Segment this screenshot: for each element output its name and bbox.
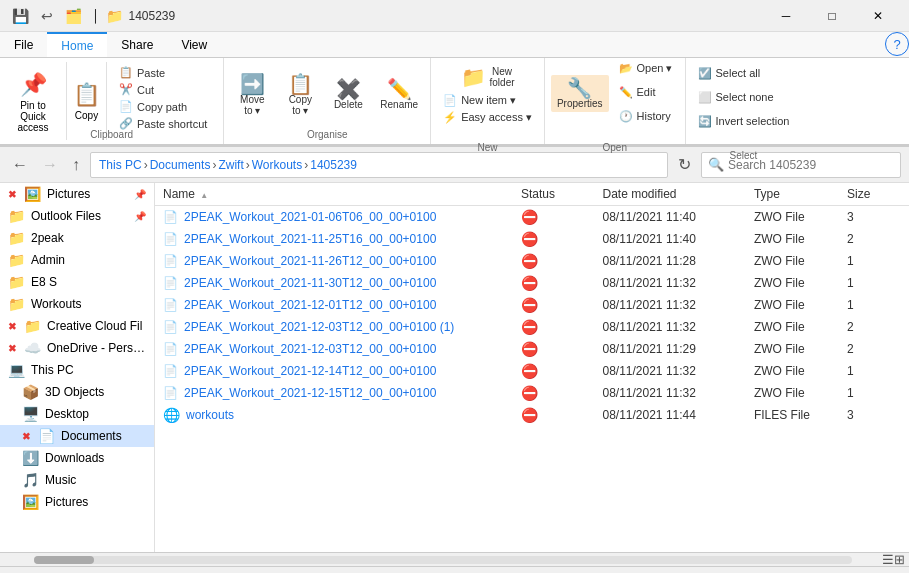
sidebar-item-desktop[interactable]: 🖥️ Desktop: [0, 403, 154, 425]
table-row[interactable]: 🌐 workouts ⛔ 08/11/2021 11:44 FILES File…: [155, 404, 909, 426]
tab-home[interactable]: Home: [47, 32, 107, 57]
refresh-button[interactable]: ↻: [674, 153, 695, 176]
table-row[interactable]: 📄 2PEAK_Workout_2021-01-06T06_00_00+0100…: [155, 206, 909, 229]
rename-label: Rename: [380, 99, 418, 110]
status-error-icon: ⛔: [521, 275, 538, 291]
select-all-button[interactable]: ☑️ Select all: [692, 62, 796, 84]
table-row[interactable]: 📄 2PEAK_Workout_2021-11-26T12_00_00+0100…: [155, 250, 909, 272]
new-item-button[interactable]: 📄 New item ▾: [437, 92, 538, 109]
file-name-cell: 📄 2PEAK_Workout_2021-12-15T12_00_00+0100: [155, 382, 513, 404]
table-row[interactable]: 📄 2PEAK_Workout_2021-12-14T12_00_00+0100…: [155, 360, 909, 382]
file-name: 2PEAK_Workout_2021-12-14T12_00_00+0100: [184, 364, 436, 378]
scrollbar-thumb[interactable]: [34, 556, 94, 564]
properties-button[interactable]: 🔧 Properties: [551, 75, 609, 112]
forward-button[interactable]: →: [38, 154, 62, 176]
open-button[interactable]: 📂 Open ▾: [613, 57, 679, 79]
copy-to-button[interactable]: 📋 Copyto ▾: [278, 71, 322, 119]
workouts-icon: 📁: [8, 296, 25, 312]
col-header-name[interactable]: Name ▲: [155, 183, 513, 206]
paste-button[interactable]: 📋 Paste: [113, 64, 213, 81]
ribbon: File Home Share View ? 📌 Pin to Quick ac…: [0, 32, 909, 147]
address-input[interactable]: This PC › Documents › Zwift › Workouts ›…: [90, 152, 668, 178]
table-row[interactable]: 📄 2PEAK_Workout_2021-12-03T12_00_00+0100…: [155, 316, 909, 338]
crumb-1405239[interactable]: 1405239: [310, 158, 357, 172]
ribbon-group-select: ☑️ Select all ⬜ Select none 🔄 Invert sel…: [686, 58, 802, 144]
minimize-button[interactable]: ─: [763, 0, 809, 32]
table-row[interactable]: 📄 2PEAK_Workout_2021-11-25T16_00_00+0100…: [155, 228, 909, 250]
crumb-workouts[interactable]: Workouts: [252, 158, 302, 172]
sidebar-item-thispc[interactable]: 💻 This PC: [0, 359, 154, 381]
file-name-cell: 📄 2PEAK_Workout_2021-12-03T12_00_00+0100: [155, 338, 513, 360]
table-row[interactable]: 📄 2PEAK_Workout_2021-12-15T12_00_00+0100…: [155, 382, 909, 404]
ribbon-content: 📌 Pin to Quick access 📋 Copy 📋 Paste ✂️ …: [0, 58, 909, 146]
sidebar-item-downloads[interactable]: ⬇️ Downloads: [0, 447, 154, 469]
sidebar-item-3dobjects[interactable]: 📦 3D Objects: [0, 381, 154, 403]
zwo-file-icon: 📄: [163, 320, 178, 334]
crumb-zwift[interactable]: Zwift: [218, 158, 243, 172]
tab-share[interactable]: Share: [107, 32, 167, 57]
file-pane: Name ▲ Status Date modified Type Size: [155, 183, 909, 552]
list-view-button[interactable]: ☰: [882, 552, 894, 567]
sidebar-item-2peak[interactable]: 📁 2peak: [0, 227, 154, 249]
cut-button[interactable]: ✂️ Cut: [113, 81, 213, 98]
sidebar-item-pictures[interactable]: ✖ 🖼️ Pictures 📌: [0, 183, 154, 205]
file-size-cell: 1: [839, 360, 909, 382]
select-none-button[interactable]: ⬜ Select none: [692, 86, 796, 108]
tab-file[interactable]: File: [0, 32, 47, 57]
sidebar-item-e8s[interactable]: 📁 E8 S: [0, 271, 154, 293]
rename-button[interactable]: ✏️ Rename: [374, 76, 424, 113]
tab-view[interactable]: View: [167, 32, 221, 57]
move-to-button[interactable]: ➡️ Moveto ▾: [230, 71, 274, 119]
history-button[interactable]: 🕐 History: [613, 105, 679, 127]
table-row[interactable]: 📄 2PEAK_Workout_2021-12-03T12_00_00+0100…: [155, 338, 909, 360]
invert-selection-button[interactable]: 🔄 Invert selection: [692, 110, 796, 132]
select-all-label: Select all: [716, 67, 761, 79]
maximize-button[interactable]: □: [809, 0, 855, 32]
help-button[interactable]: ?: [885, 32, 909, 56]
delete-button[interactable]: ✖️ Delete: [326, 76, 370, 113]
horizontal-scrollbar[interactable]: [34, 556, 852, 564]
file-type-cell: ZWO File: [746, 228, 839, 250]
edit-button[interactable]: ✏️ Edit: [613, 81, 679, 103]
new-folder-button[interactable]: 📁 Newfolder: [437, 62, 538, 92]
col-header-size[interactable]: Size: [839, 183, 909, 206]
new-folder-label: Newfolder: [490, 66, 515, 88]
title-bar-separator: │: [92, 9, 100, 23]
crumb-thispc[interactable]: This PC: [99, 158, 142, 172]
qa-folder-btn[interactable]: 🗂️: [61, 6, 86, 26]
sidebar-item-admin[interactable]: 📁 Admin: [0, 249, 154, 271]
back-button[interactable]: ←: [8, 154, 32, 176]
status-error-icon: ⛔: [521, 297, 538, 313]
ribbon-group-open: 🔧 Properties 📂 Open ▾ ✏️ Edit 🕐 History: [545, 58, 686, 144]
qa-undo-btn[interactable]: ↩: [37, 6, 57, 26]
col-header-type[interactable]: Type: [746, 183, 839, 206]
sidebar-item-creative[interactable]: ✖ 📁 Creative Cloud Fil: [0, 315, 154, 337]
close-onedrive-icon: ✖: [8, 343, 16, 354]
sidebar-item-workouts[interactable]: 📁 Workouts: [0, 293, 154, 315]
zwo-file-icon: 📄: [163, 386, 178, 400]
sidebar-item-music[interactable]: 🎵 Music: [0, 469, 154, 491]
sidebar-item-outlook[interactable]: 📁 Outlook Files 📌: [0, 205, 154, 227]
up-button[interactable]: ↑: [68, 154, 84, 176]
pictures-sub-icon: 🖼️: [22, 494, 39, 510]
table-row[interactable]: 📄 2PEAK_Workout_2021-11-30T12_00_00+0100…: [155, 272, 909, 294]
easy-access-button[interactable]: ⚡ Easy access ▾: [437, 109, 538, 126]
table-row[interactable]: 📄 2PEAK_Workout_2021-12-01T12_00_00+0100…: [155, 294, 909, 316]
col-header-status[interactable]: Status: [513, 183, 595, 206]
qa-save-btn[interactable]: 💾: [8, 6, 33, 26]
sidebar-label-documents: Documents: [61, 429, 122, 443]
copy-path-button[interactable]: 📄 Copy path: [113, 98, 213, 115]
sidebar-item-pictures-sub[interactable]: 🖼️ Pictures: [0, 491, 154, 513]
close-button[interactable]: ✕: [855, 0, 901, 32]
ribbon-group-new: 📁 Newfolder 📄 New item ▾ ⚡ Easy access ▾…: [431, 58, 545, 144]
file-size-cell: 1: [839, 250, 909, 272]
file-name-cell: 📄 2PEAK_Workout_2021-01-06T06_00_00+0100: [155, 206, 513, 229]
sidebar-item-documents[interactable]: ✖ 📄 Documents: [0, 425, 154, 447]
easy-access-icon: ⚡: [443, 111, 457, 124]
file-name: 2PEAK_Workout_2021-12-03T12_00_00+0100 (…: [184, 320, 454, 334]
sidebar-item-onedrive[interactable]: ✖ ☁️ OneDrive - Person: [0, 337, 154, 359]
crumb-documents[interactable]: Documents: [150, 158, 211, 172]
file-status-cell: ⛔: [513, 360, 595, 382]
col-header-date[interactable]: Date modified: [594, 183, 745, 206]
grid-view-button[interactable]: ⊞: [894, 552, 905, 567]
